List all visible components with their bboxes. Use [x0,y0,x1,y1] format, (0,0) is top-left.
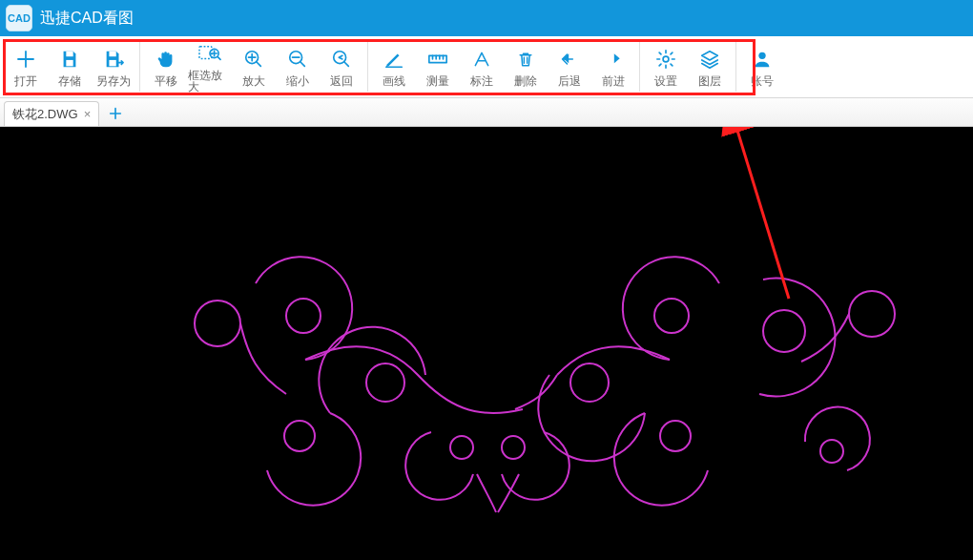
zoom-box-icon [197,41,222,66]
toolbar-button-label: 平移 [155,75,177,87]
pan-button[interactable]: 平移 [144,36,188,97]
back-button[interactable]: 返回 [320,36,363,97]
svg-point-12 [195,301,240,346]
text-a-icon [469,47,494,72]
pencil-icon [382,47,406,72]
tab-close-icon[interactable]: × [84,107,92,121]
save-button[interactable]: 存储 [48,36,92,97]
account-button[interactable]: 账号 [740,36,784,97]
open-button[interactable]: 打开 [4,36,48,97]
svg-point-21 [849,291,895,337]
toolbar-separator [639,42,640,92]
undo-button[interactable]: 后退 [548,36,591,97]
zoom-out-icon [285,47,310,72]
toolbar-button-label: 标注 [470,75,493,87]
toolbar-separator [367,42,368,92]
trash-icon [513,47,538,72]
redo-icon [601,47,626,72]
svg-point-11 [758,52,765,59]
svg-point-16 [450,436,473,459]
zoom-in-button[interactable]: 放大 [232,36,276,97]
toolbar-button-label: 放大 [242,75,265,87]
save-as-icon [101,47,126,72]
zoom-window-button[interactable]: 框选放大 [188,36,232,97]
svg-rect-0 [66,52,72,57]
toolbar-button-label: 删除 [514,75,537,87]
svg-rect-9 [429,55,446,62]
svg-point-22 [763,310,805,352]
titlebar: CAD 迅捷CAD看图 [0,0,973,36]
svg-point-10 [663,56,669,62]
svg-point-17 [570,363,609,402]
svg-point-20 [660,421,691,451]
tab-bar: 铁花2.DWG × [0,98,973,127]
svg-rect-3 [109,60,115,66]
toolbar-button-label: 存储 [58,75,81,87]
file-tab[interactable]: 铁花2.DWG × [4,101,99,126]
svg-rect-1 [66,60,72,66]
toolbar: 打开存储另存为平移框选放大放大缩小返回画线测量标注删除后退前进设置图层账号 [0,36,973,98]
new-tab-button[interactable] [103,101,128,126]
svg-point-15 [366,363,404,402]
toolbar-button-label: 返回 [330,75,353,87]
toolbar-button-label: 框选放大 [188,70,232,93]
toolbar-button-label: 测量 [426,75,449,87]
zoom-out-button[interactable]: 缩小 [276,36,320,97]
svg-point-19 [654,299,689,333]
toolbar-button-label: 另存为 [96,75,131,87]
svg-point-14 [284,421,315,451]
svg-point-13 [286,299,321,333]
svg-point-18 [502,436,525,459]
ruler-icon [425,47,450,72]
save-as-button[interactable]: 另存为 [92,36,135,97]
toolbar-button-label: 打开 [14,75,37,87]
cad-drawing [0,127,973,560]
layers-icon [697,47,722,72]
zoom-rev-icon [329,47,354,72]
measure-button[interactable]: 测量 [416,36,460,97]
file-tab-label: 铁花2.DWG [12,106,78,123]
layers-button[interactable]: 图层 [688,36,732,97]
canvas[interactable] [0,127,973,560]
toolbar-button-label: 设置 [654,75,677,87]
toolbar-button-label: 后退 [558,75,581,87]
zoom-in-icon [241,47,266,72]
svg-point-23 [820,440,843,463]
save-icon [57,47,82,72]
app-title: 迅捷CAD看图 [40,9,134,29]
gear-icon [653,47,678,72]
delete-button[interactable]: 删除 [504,36,548,97]
undo-icon [557,47,582,72]
toolbar-button-label: 账号 [751,75,774,87]
toolbar-separator [735,42,736,92]
toolbar-separator [139,42,140,92]
plus-icon [13,47,38,72]
app-icon: CAD [6,5,32,31]
toolbar-button-label: 画线 [383,75,405,87]
redo-button[interactable]: 前进 [591,36,635,97]
svg-rect-2 [109,52,115,57]
toolbar-button-label: 缩小 [286,75,309,87]
annotate-button[interactable]: 标注 [460,36,504,97]
toolbar-button-label: 图层 [698,75,721,87]
draw-line-button[interactable]: 画线 [372,36,416,97]
hand-icon [154,47,178,72]
toolbar-button-label: 前进 [602,75,625,87]
user-icon [750,47,775,72]
settings-button[interactable]: 设置 [644,36,688,97]
